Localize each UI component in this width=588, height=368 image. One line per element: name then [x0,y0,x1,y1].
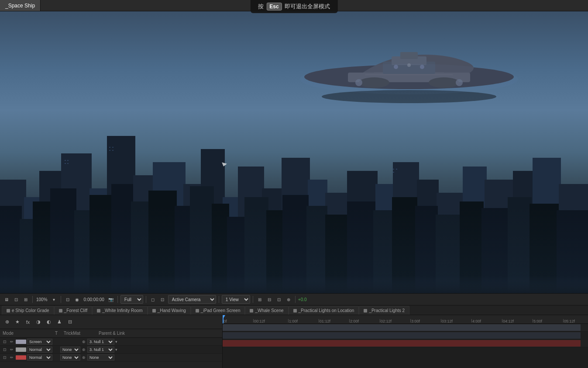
timeline-row-0: ⊡ ✏ Screen ⊕ 3. Null 1 ▾ [0,338,222,346]
svg-rect-62 [393,169,394,170]
camera-icon[interactable]: 📷 [107,295,115,303]
render-switch[interactable]: ◐ [45,318,53,326]
save-frame-icon[interactable]: ⊡ [275,295,283,303]
banner-suffix: 即可退出全屏模式 [285,3,330,10]
add-layer-icon[interactable]: ⊕ [3,318,11,326]
timeline-tabs-bar: e Ship Color Grade_Forest Cliff_White In… [0,306,588,315]
separator-3 [117,296,118,303]
ruler-mark-3:00f: 3:00f [410,319,420,323]
zoom-dropdown-icon[interactable]: ▾ [50,295,58,303]
timecode-value: 0:00:00:00 [83,297,105,302]
camera-toggle-icon[interactable]: ◻ [149,295,157,303]
row-trickmat-1[interactable]: None [60,347,80,353]
tab-label: _Space Ship [5,3,35,9]
camera-select[interactable]: Active Camera [168,295,216,304]
collapse-icon[interactable]: ⊟ [65,318,74,326]
render-icon[interactable]: ⊟ [265,295,273,303]
ruler-mark-1:00f: 1:00f [288,319,298,323]
timeline-tab-6[interactable]: _Practical Lights on Location [289,306,359,315]
mode-col-header: Mode [3,331,55,336]
row-null-icon-2: ⊕ [81,355,86,360]
row-null-dropdown-0[interactable]: ▾ [115,340,117,344]
svg-rect-58 [109,147,110,148]
expand-icon[interactable]: ⊞ [256,295,264,303]
ruler-mark-02:12f: 02:12f [380,319,392,323]
row-camera-icon-1[interactable]: ⊡ [2,347,8,353]
effect-icon[interactable]: fx [24,318,32,326]
separator-1 [32,296,33,303]
timeline-right-panel: 0f00:12f1:00f01:12f2:00f02:12f3:00f03:12… [223,315,588,368]
viewport-toolbar: 🖥 ⊡ ⊞ 100% ▾ ⊡ ◉ 0:00:00:00 📷 Full Draft… [0,293,588,306]
row-camera-icon-0[interactable]: ⊡ [2,339,8,345]
parent-link-col-header: Parent & Link [99,331,220,336]
spaceship [296,46,523,103]
track-row-1 [223,332,588,340]
ruler-mark-5:00f: 5:00f [533,319,542,323]
shy-icon[interactable]: ♟ [55,318,64,326]
safe-zones-icon[interactable]: ⊡ [158,295,166,303]
timeline-tab-4[interactable]: _iPad Green Screen [191,306,245,315]
playhead[interactable] [223,315,224,323]
fullscreen-banner: 按 Esc 即可退出全屏模式 [250,0,337,13]
track-block-2 [223,340,581,347]
ruler-mark-4:00f: 4:00f [471,319,481,323]
timeline-rows: ⊡ ✏ Screen ⊕ 3. Null 1 ▾ ⊡ ✏ Normal None [0,338,222,361]
row-mode-select-2[interactable]: Normal [27,354,52,361]
separator-6 [253,296,253,303]
view-count-select[interactable]: 1 View 2 Views 4 Views [222,295,250,304]
composition-icon[interactable]: ⊕ [285,295,292,303]
timecode-icon[interactable]: ⊡ [64,295,72,303]
timeline-tab-1[interactable]: _Forest Cliff [54,306,93,315]
trickmat-col-header: TrickMat [64,331,99,336]
row-null-icon-0: ⊕ [81,340,86,344]
value-display: +0.0 [298,297,307,302]
zoom-value: 100% [35,297,48,302]
ruler-mark-00:12f: 00:12f [253,319,265,323]
row-pencil-icon-2[interactable]: ✏ [9,354,15,361]
row-null-dropdown-1[interactable]: ▾ [115,347,117,352]
ruler-mark-03:12f: 03:12f [441,319,453,323]
ruler-mark-05:12f: 05:12f [563,319,575,323]
svg-rect-54 [65,160,66,161]
row-camera-icon-2[interactable]: ⊡ [2,354,8,361]
row-null-select-2[interactable]: None [87,354,114,361]
snapshot-icon[interactable]: ◉ [73,295,81,303]
timeline-tab-3[interactable]: _Hand Waving [148,306,191,315]
timeline-area: ⊕ ★ fx ◑ ◐ ♟ ⊟ Mode T TrickMat Parent & … [0,315,588,368]
svg-rect-61 [112,150,113,151]
row-null-select-0[interactable]: 3. Null 1 [87,339,114,345]
track-rows [223,324,588,347]
svg-rect-77 [400,52,418,59]
row-null-select-1[interactable]: 3. Null 1 [87,347,114,353]
column-headers: Mode T TrickMat Parent & Link [0,329,222,338]
timeline-tab-5[interactable]: _Whale Scene [245,306,288,315]
solo-icon[interactable]: ★ [13,318,22,326]
svg-rect-60 [109,150,110,151]
separator-7 [295,296,296,303]
grid-icon[interactable]: ⊞ [22,295,30,303]
timeline-tab-0[interactable]: e Ship Color Grade [2,306,54,315]
row-mode-select-1[interactable]: Normal [27,347,52,353]
row-trickmat-2[interactable]: None [60,354,80,361]
svg-point-81 [300,64,518,94]
paint-icon[interactable]: ◑ [34,318,43,326]
active-tab[interactable]: _Space Ship [0,0,41,11]
banner-prefix: 按 [258,3,264,10]
esc-key-badge: Esc [266,3,282,10]
monitor-icon[interactable]: 🖥 [3,295,10,303]
row-color-2 [16,355,26,360]
view-mode-select[interactable]: Full Draft Wire [120,295,143,304]
row-null-icon-1: ⊕ [81,347,86,352]
svg-rect-56 [65,163,66,164]
svg-rect-65 [0,276,588,293]
t-col-header: T [55,331,64,336]
row-pencil-icon-1[interactable]: ✏ [9,347,15,353]
timeline-tab-2[interactable]: _White Infinity Room [92,306,147,315]
ruler-mark-04:12f: 04:12f [502,319,514,323]
row-pencil-icon-0[interactable]: ✏ [9,339,15,345]
svg-rect-57 [67,163,69,164]
viewport-icon[interactable]: ⊡ [12,295,20,303]
timeline-tab-7[interactable]: _Practical Lights 2 [359,306,409,315]
viewport [0,11,588,293]
row-mode-select-0[interactable]: Screen [27,339,52,345]
